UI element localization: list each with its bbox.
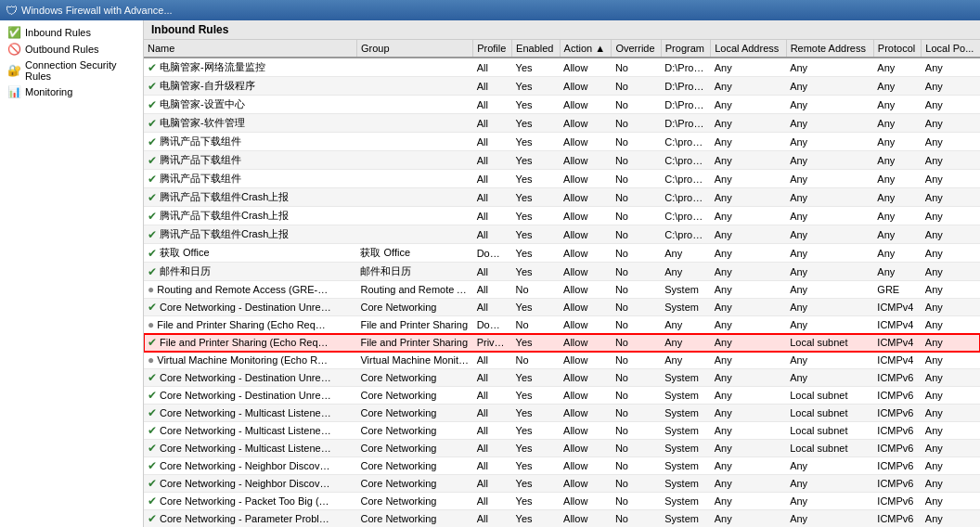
table-row[interactable]: ✔腾讯产品下载组件AllYesAllowNoC:\progr...AnyAnyA…: [144, 133, 980, 151]
sidebar-item-outbound-rules[interactable]: 🚫 Outbound Rules: [0, 41, 143, 58]
table-row[interactable]: ●Virtual Machine Monitoring (Echo Reque.…: [144, 352, 980, 369]
table-row[interactable]: ✔Core Networking - Multicast Listener Re…: [144, 422, 980, 440]
sidebar-item-label: Inbound Rules: [25, 27, 91, 38]
col-header-enabled[interactable]: Enabled: [512, 40, 561, 58]
col-header-protocol[interactable]: Protocol: [873, 40, 921, 58]
col-header-program[interactable]: Program: [661, 40, 710, 58]
sidebar-item-label: Connection Security Rules: [25, 59, 139, 82]
table-row[interactable]: ✔Core Networking - Destination Unreacha.…: [144, 369, 980, 387]
table-row[interactable]: ✔腾讯产品下载组件AllYesAllowNoC:\progr...AnyAnyA…: [144, 151, 980, 170]
table-row[interactable]: ✔电脑管家-自升级程序AllYesAllowNoD:\Progr...AnyAn…: [144, 77, 980, 96]
table-row[interactable]: ✔电脑管家-网络流量监控AllYesAllowNoD:\Progr...AnyA…: [144, 58, 980, 77]
sidebar: ✅ Inbound Rules 🚫 Outbound Rules 🔐 Conne…: [0, 20, 144, 527]
inbound-rules-header: Inbound Rules: [144, 20, 980, 40]
sidebar-item-monitoring[interactable]: 📊 Monitoring: [0, 84, 143, 100]
table-row[interactable]: ●Routing and Remote Access (GRE-In)Routi…: [144, 281, 980, 299]
col-header-name[interactable]: Name: [144, 40, 356, 58]
title-bar-icon: 🛡: [6, 4, 18, 18]
table-row[interactable]: ✔Core Networking - Neighbor Discovery A.…: [144, 457, 980, 475]
table-row[interactable]: ✔File and Printer Sharing (Echo Request …: [144, 334, 980, 352]
table-row[interactable]: ✔腾讯产品下载组件Crash上报AllYesAllowNoC:\progr...…: [144, 207, 980, 225]
col-header-local-port[interactable]: Local Po...: [922, 40, 980, 58]
table-row[interactable]: ✔Core Networking - Packet Too Big (ICMP.…: [144, 493, 980, 510]
table-body: ✔电脑管家-网络流量监控AllYesAllowNoD:\Progr...AnyA…: [144, 58, 980, 527]
table-row[interactable]: ✔Core Networking - Neighbor Discovery S.…: [144, 475, 980, 493]
col-header-local-address[interactable]: Local Address: [711, 40, 786, 58]
table-row[interactable]: ✔Core Networking - Destination Unreacha …: [144, 387, 980, 405]
sidebar-item-label: Outbound Rules: [25, 44, 99, 55]
sidebar-item-connection-security-rules[interactable]: 🔐 Connection Security Rules: [0, 58, 143, 84]
table-row[interactable]: ✔腾讯产品下载组件Crash上报AllYesAllowNoC:\progr...…: [144, 225, 980, 244]
rules-table: Name Group Profile Enabled Action ▲ Over…: [144, 40, 980, 527]
monitoring-icon: 📊: [7, 85, 21, 98]
outbound-rules-icon: 🚫: [7, 43, 21, 56]
table-row[interactable]: ✔Core Networking - Parameter Problem (I.…: [144, 510, 980, 528]
title-bar: 🛡 Windows Firewall with Advance...: [0, 0, 980, 20]
col-header-override[interactable]: Override: [612, 40, 661, 58]
table-row[interactable]: ✔邮件和日历邮件和日历AllYesAllowNoAnyAnyAnyAnyAny: [144, 263, 980, 281]
inbound-rules-icon: ✅: [7, 26, 21, 39]
table-row[interactable]: ✔电脑管家-软件管理AllYesAllowNoD:\Progr...AnyAny…: [144, 114, 980, 133]
rules-table-container[interactable]: Name Group Profile Enabled Action ▲ Over…: [144, 40, 980, 527]
table-row[interactable]: ●File and Printer Sharing (Echo Request.…: [144, 316, 980, 334]
table-row[interactable]: ✔电脑管家-设置中心AllYesAllowNoD:\Progr...AnyAny…: [144, 96, 980, 114]
col-header-group[interactable]: Group: [356, 40, 472, 58]
col-header-remote-address[interactable]: Remote Address: [786, 40, 873, 58]
main-container: ✅ Inbound Rules 🚫 Outbound Rules 🔐 Conne…: [0, 20, 980, 527]
table-row[interactable]: ✔Core Networking - Destination Unreacha.…: [144, 299, 980, 316]
sidebar-item-inbound-rules[interactable]: ✅ Inbound Rules: [0, 24, 143, 41]
table-row[interactable]: ✔腾讯产品下载组件Crash上报AllYesAllowNoC:\progr...…: [144, 188, 980, 207]
table-row[interactable]: ✔Core Networking - Multicast Listener Qu…: [144, 405, 980, 422]
table-row[interactable]: ✔腾讯产品下载组件AllYesAllowNoC:\progr...AnyAnyA…: [144, 170, 980, 188]
title-bar-text: Windows Firewall with Advance...: [21, 5, 173, 16]
col-header-profile[interactable]: Profile: [473, 40, 512, 58]
table-row[interactable]: ✔获取 Office获取 OfficeDomain...YesAllowNoAn…: [144, 244, 980, 263]
table-header-row: Name Group Profile Enabled Action ▲ Over…: [144, 40, 980, 58]
connection-security-icon: 🔐: [7, 64, 21, 77]
sidebar-item-label: Monitoring: [25, 86, 72, 97]
col-header-action[interactable]: Action ▲: [560, 40, 612, 58]
content-area: Inbound Rules Name Group Profile Enabled…: [144, 20, 980, 527]
table-row[interactable]: ✔Core Networking - Multicast Listener Re…: [144, 440, 980, 457]
